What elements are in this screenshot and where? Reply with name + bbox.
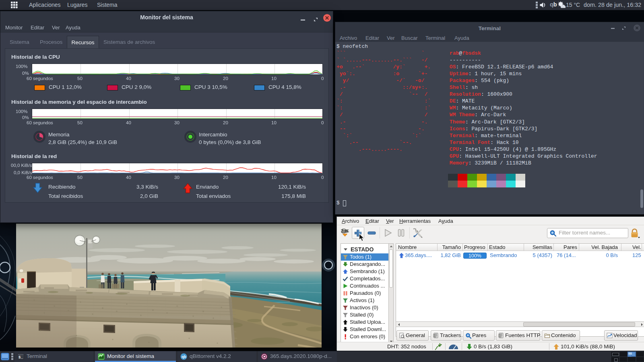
svg-text:qb: qb bbox=[182, 354, 186, 359]
svg-text:$_: $_ bbox=[19, 356, 23, 360]
